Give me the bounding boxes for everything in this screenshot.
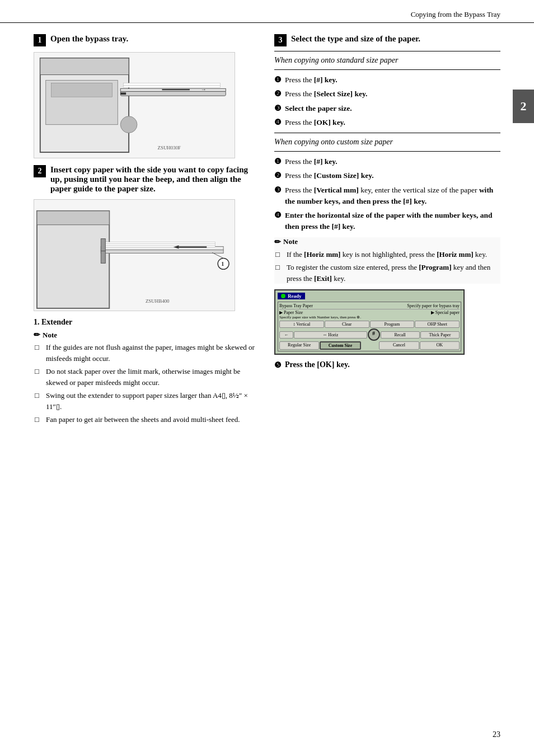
svg-text:1: 1 [221, 260, 224, 267]
chapter-tab: 2 [513, 90, 534, 123]
standard-step3: ❸ Select the paper size. [274, 103, 500, 114]
divider-custom [274, 133, 500, 133]
lcd-ready: Ready [278, 293, 305, 299]
lcd-panel: Ready Bypass Tray Paper Specify paper fo… [274, 289, 465, 355]
lcd-btn-ok[interactable]: OK [420, 341, 460, 350]
svg-rect-20 [101, 238, 105, 251]
page-number: 23 [493, 730, 500, 739]
lcd-row1-left: Bypass Tray Paper [279, 303, 313, 308]
divider-top [274, 51, 500, 51]
note-section-right: ✏ Note □ If the [Horiz mm] key is not hi… [274, 237, 500, 284]
svg-rect-7 [51, 83, 113, 97]
lcd-paper-size: ▶ Paper Size [279, 310, 303, 315]
step3-heading: 3 Select the type and size of the paper. [274, 34, 500, 46]
page-header: Copying from the Bypass Tray [0, 0, 534, 23]
lcd-horiz[interactable]: ↔ Horiz [294, 331, 367, 339]
svg-rect-17 [104, 242, 215, 243]
note-title-right: ✏ Note [274, 237, 500, 247]
standard-step4: ❹ Press the [OK] key. [274, 117, 500, 128]
step2-text: Insert copy paper with the side you want… [50, 165, 257, 194]
custom-note-1: □ If the [Horiz mm] key is not highlight… [274, 249, 500, 260]
custom-section-label: When copying onto custom size paper [274, 138, 500, 147]
right-column: 3 Select the type and size of the paper.… [274, 34, 500, 429]
step2-image: 1 ZSUHB400 [34, 199, 235, 311]
svg-rect-2 [120, 91, 226, 96]
step1-number: 1 [34, 34, 46, 46]
note-item-2: □ Do not stack paper over the limit mark… [34, 366, 257, 388]
divider-custom2 [274, 151, 500, 152]
svg-text:→: → [201, 86, 207, 92]
lcd-btn-left-arrow[interactable]: ← [279, 331, 293, 339]
svg-rect-8 [120, 92, 126, 95]
step3-text: Select the type and size of the paper. [291, 34, 420, 44]
note-section: ✏ Note □ If the guides are not flush aga… [34, 330, 257, 425]
lcd-btn-clear[interactable]: Clear [325, 321, 369, 328]
lcd-btn-cancel[interactable]: Cancel [379, 341, 419, 350]
svg-rect-4 [123, 83, 220, 85]
lcd-btn-vertical[interactable]: ↕ Vertical [279, 321, 324, 328]
content-area: 1 Open the bypass tray. [0, 23, 534, 440]
step1-image: → ZSUH030F [34, 52, 235, 158]
lcd-special-paper: ▶ Special paper [431, 310, 460, 315]
svg-text:ZSUH030F: ZSUH030F [158, 145, 181, 151]
svg-rect-18 [104, 243, 215, 245]
custom-note-2: □ To register the custom size entered, p… [274, 262, 500, 284]
step1-heading: 1 Open the bypass tray. [34, 34, 257, 46]
custom-step4: ❹ Enter the horizontal size of the paper… [274, 210, 500, 233]
svg-text:ZSUHB400: ZSUHB400 [146, 298, 170, 304]
step2-number: 2 [34, 165, 46, 177]
note-item-4: □ Fan paper to get air between the sheet… [34, 414, 257, 425]
standard-section-label: When copying onto standard size paper [274, 56, 500, 65]
lcd-btn-thick[interactable]: Thick Paper [420, 331, 460, 339]
lcd-row1-right: Specify paper for bypass tray [407, 303, 460, 308]
svg-rect-21 [101, 251, 105, 263]
step1-text: Open the bypass tray. [50, 34, 128, 44]
note-icon: ✏ [34, 330, 40, 340]
standard-step2: ❷ Press the [Select Size] key. [274, 88, 500, 100]
custom-step2: ❷ Press the [Custom Size] key. [274, 170, 500, 181]
lcd-specify: Specify paper size with Number keys, the… [279, 315, 460, 320]
svg-rect-14 [37, 210, 109, 224]
svg-rect-1 [40, 58, 129, 75]
note-item-3: □ Swing out the extender to support pape… [34, 390, 257, 412]
extender-label: 1. Extender [34, 318, 257, 327]
svg-rect-13 [37, 210, 109, 308]
lcd-btn-regular[interactable]: Regular Size [279, 341, 319, 350]
left-column: 1 Open the bypass tray. [34, 34, 257, 429]
lcd-btn-hash[interactable]: # [368, 328, 380, 341]
svg-rect-15 [101, 250, 223, 253]
step5-heading: ❺ Press the [OK] key. [274, 360, 500, 370]
lcd-btn-custom[interactable]: Custom Size [320, 341, 360, 350]
custom-step3: ❸ Press the [Vertical mm] key, enter the… [274, 185, 500, 208]
note-item-1: □ If the guides are not flush against th… [34, 342, 257, 364]
lcd-btn-recall[interactable]: Recall [381, 331, 420, 339]
lcd-btn-ohp[interactable]: OHP Sheet [415, 321, 460, 328]
lcd-btn-program[interactable]: Program [370, 321, 415, 328]
custom-step1: ❶ Press the [#] key. [274, 156, 500, 167]
svg-point-11 [120, 116, 137, 133]
header-title: Copying from the Bypass Tray [411, 10, 500, 19]
standard-step1: ❶ Press the [#] key. [274, 74, 500, 86]
divider-standard [274, 69, 500, 70]
step2-heading: 2 Insert copy paper with the side you wa… [34, 165, 257, 194]
step3-number: 3 [274, 34, 287, 46]
note-title: ✏ Note [34, 330, 257, 340]
